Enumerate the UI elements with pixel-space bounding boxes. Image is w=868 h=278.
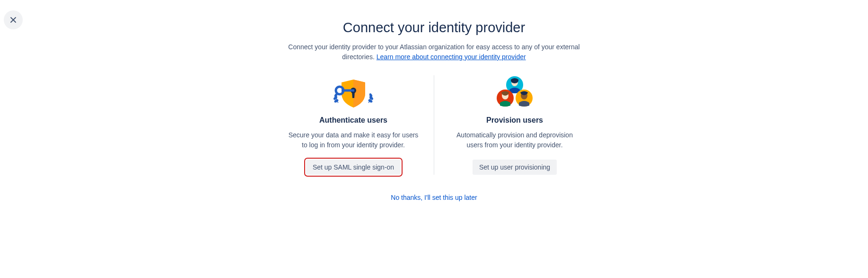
authenticate-illustration <box>327 75 379 113</box>
setup-provisioning-button[interactable]: Set up user provisioning <box>473 160 557 175</box>
provision-illustration <box>489 75 541 113</box>
provision-title: Provision users <box>486 116 543 125</box>
learn-more-link[interactable]: Learn more about connecting your identit… <box>377 53 526 61</box>
provision-description: Automatically provision and deprovision … <box>448 130 581 150</box>
provision-card: Provision users Automatically provision … <box>439 75 590 175</box>
users-avatars-icon <box>489 75 541 113</box>
close-button[interactable] <box>4 10 23 29</box>
shield-key-icon <box>327 75 379 113</box>
main-content: Connect your identity provider Connect y… <box>250 0 619 202</box>
close-icon <box>9 15 18 25</box>
skip-link[interactable]: No thanks, I'll set this up later <box>391 194 477 201</box>
card-divider <box>434 75 434 175</box>
authenticate-description: Secure your data and make it easy for us… <box>287 130 420 150</box>
authenticate-title: Authenticate users <box>319 116 387 125</box>
page-title: Connect your identity provider <box>250 20 619 36</box>
setup-saml-button[interactable]: Set up SAML single sign-on <box>306 160 401 175</box>
option-cards: Authenticate users Secure your data and … <box>250 75 619 175</box>
page-subtitle: Connect your identity provider to your A… <box>283 42 586 62</box>
svg-rect-10 <box>342 90 354 92</box>
authenticate-card: Authenticate users Secure your data and … <box>278 75 429 175</box>
